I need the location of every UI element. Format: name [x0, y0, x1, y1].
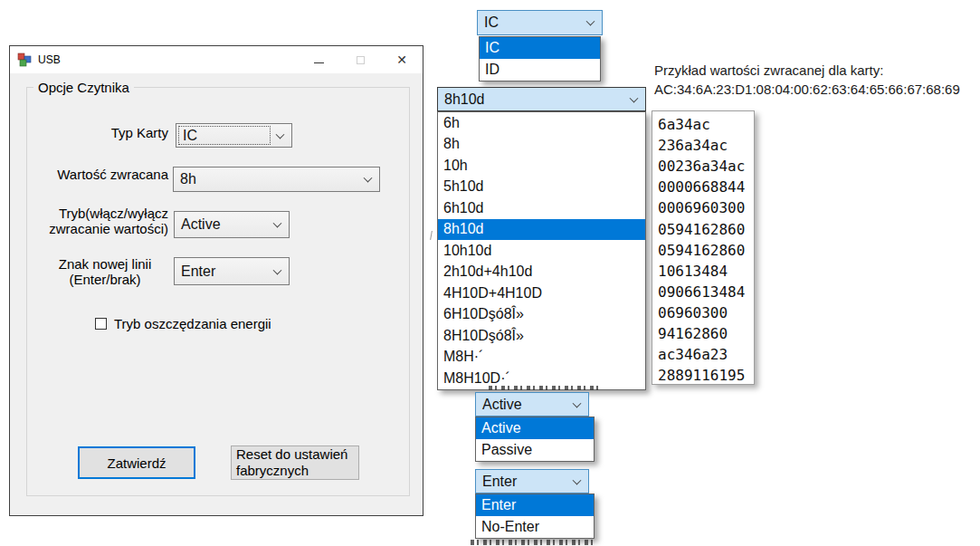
mode-label-line2: zwracanie wartości): [30, 221, 168, 236]
close-button[interactable]: ✕: [381, 46, 423, 73]
chevron-down-icon: [573, 475, 582, 484]
list-item: 00236a34ac: [658, 156, 754, 177]
group-title: Opcje Czytnika: [33, 80, 134, 95]
card-type-combobox[interactable]: IC: [176, 123, 292, 148]
minimize-icon: [314, 62, 324, 63]
list-item[interactable]: 6h: [438, 112, 645, 134]
list-item: 0594162860: [658, 218, 754, 239]
usb-dialog: USB ✕ Opcje Czytnika Typ Karty IC Wartoś…: [9, 45, 423, 516]
mode-combobox[interactable]: Active: [174, 211, 290, 238]
list-item: 236a34ac: [658, 135, 754, 156]
returned-value-open-combobox[interactable]: 8h10d: [437, 87, 646, 111]
list-item: 0906613484: [658, 282, 754, 302]
list-item: 94162860: [658, 323, 754, 344]
stray-cursor-mark: [430, 231, 433, 240]
list-item[interactable]: Passive: [476, 439, 594, 461]
confirm-button[interactable]: Zatwierdź: [78, 446, 195, 479]
energy-saving-checkbox[interactable]: [95, 318, 107, 330]
mode-dropdown-list: ActivePassive: [475, 417, 595, 462]
mode-label: Tryb(włącz/wyłącz zwracanie wartości): [30, 206, 168, 236]
list-item[interactable]: 10h: [438, 155, 645, 177]
maximize-icon: [357, 56, 365, 64]
chevron-down-icon: [573, 398, 582, 407]
newline-open-value: Enter: [482, 474, 517, 490]
mode-open-value: Active: [482, 397, 522, 413]
maximize-button[interactable]: [339, 46, 381, 73]
list-item: 2889116195: [658, 365, 754, 386]
card-type-open-combobox[interactable]: IC: [477, 10, 603, 35]
mode-open-combobox[interactable]: Active: [475, 392, 589, 417]
returned-value-open-value: 8h10d: [444, 91, 485, 108]
app-icon: [17, 53, 32, 67]
newline-open-combobox[interactable]: Enter: [475, 469, 589, 493]
list-item[interactable]: Active: [476, 417, 594, 439]
returned-value-label: Wartość zwracana: [33, 166, 168, 184]
list-item[interactable]: 8H10Dşó8Î»: [438, 325, 645, 347]
confirm-button-label: Zatwierdź: [107, 455, 166, 471]
factory-reset-line2: fabrycznych: [236, 463, 347, 479]
list-item: 0594162860: [658, 240, 754, 261]
returned-value-dropdown-list: 6h8h10h5h10d6h10d8h10d10h10d2h10d+4h10d4…: [437, 111, 646, 390]
list-item[interactable]: 5h10d: [438, 177, 645, 198]
newline-label-line2: (Enter/brak): [46, 272, 164, 287]
chevron-down-icon: [586, 17, 595, 26]
window-title: USB: [38, 53, 61, 66]
list-item[interactable]: Enter: [476, 494, 594, 516]
list-item: 06960300: [658, 302, 754, 323]
obscured-text-fragment: [471, 540, 597, 545]
list-item[interactable]: 10h10d: [438, 240, 645, 262]
card-type-label: Typ Karty: [33, 124, 168, 142]
chevron-down-icon: [276, 129, 285, 139]
list-item[interactable]: 8h10d: [438, 219, 645, 241]
factory-reset-button[interactable]: Reset do ustawień fabrycznych: [231, 445, 359, 480]
returned-value-combobox[interactable]: 8h: [173, 167, 380, 192]
list-item: 0000668844: [658, 177, 754, 197]
chevron-down-icon: [273, 265, 282, 274]
list-item[interactable]: 8h: [438, 134, 645, 156]
list-item[interactable]: IC: [480, 37, 600, 59]
newline-value: Enter: [181, 263, 215, 280]
example-values-box: 6a34ac236a34ac00236a34ac0000668844000696…: [652, 110, 755, 385]
factory-reset-line1: Reset do ustawień: [236, 446, 347, 463]
titlebar[interactable]: USB ✕: [10, 46, 423, 73]
list-item[interactable]: 6h10d: [438, 197, 645, 219]
list-item: 0006960300: [658, 197, 754, 218]
list-item: 10613484: [658, 261, 754, 282]
newline-label-line1: Znak nowej linii: [46, 256, 164, 272]
chevron-down-icon: [364, 174, 373, 183]
mode-value: Active: [181, 216, 221, 233]
list-item[interactable]: 2h10d+4h10d: [438, 262, 645, 283]
minimize-button[interactable]: [298, 46, 339, 73]
list-item[interactable]: 6H10Dşó8Î»: [438, 304, 645, 326]
card-type-dropdown-list: ICID: [479, 36, 601, 81]
focus-rectangle: [178, 126, 271, 145]
card-type-open-value: IC: [484, 14, 499, 31]
example-caption: Przykład wartości zwracanej dla karty:: [654, 62, 883, 78]
newline-combobox[interactable]: Enter: [174, 257, 290, 285]
list-item[interactable]: ID: [480, 59, 600, 81]
list-item[interactable]: No-Enter: [476, 516, 594, 538]
list-item: ac346a23: [658, 344, 754, 365]
chevron-down-icon: [273, 219, 282, 228]
list-item[interactable]: 4H10D+4H10D: [438, 283, 645, 304]
obscured-text-fragment: [489, 386, 599, 390]
list-item[interactable]: M8H·´: [438, 347, 645, 369]
returned-value-value: 8h: [180, 171, 196, 187]
example-card-value: AC:34:6A:23:D1:08:04:00:62:63:64:65:66:6…: [654, 81, 960, 97]
factory-reset-label: Reset do ustawień fabrycznych: [236, 446, 347, 479]
chevron-down-icon: [630, 93, 639, 102]
newline-dropdown-list: EnterNo-Enter: [475, 493, 595, 539]
mode-label-line1: Tryb(włącz/wyłącz: [30, 206, 168, 221]
close-icon: ✕: [396, 53, 407, 66]
energy-saving-label: Tryb oszczędzania energii: [114, 316, 271, 331]
newline-label: Znak nowej linii (Enter/brak): [46, 256, 164, 287]
list-item: 6a34ac: [658, 114, 754, 135]
reader-options-group: [26, 87, 410, 496]
